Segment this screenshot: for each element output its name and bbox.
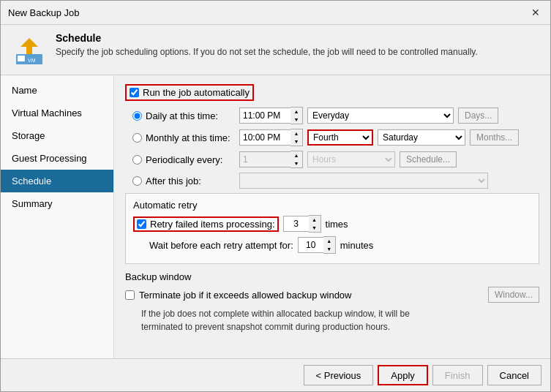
finish-button[interactable]: Finish [432, 365, 483, 385]
terminate-label[interactable]: Terminate job if it exceeds allowed back… [139, 290, 352, 301]
run-automatically-row: Run the job automatically [125, 84, 539, 101]
monthly-time-spinner: ▲ ▼ [239, 129, 303, 146]
retry-row: Retry failed items processing: ▲ ▼ times [133, 215, 531, 233]
periodic-radio[interactable] [132, 155, 142, 165]
retry-count-spinner: ▲ ▼ [283, 215, 321, 233]
sidebar: Name Virtual Machines Storage Guest Proc… [1, 75, 114, 358]
periodic-row: Periodically every: ▲ ▼ Hours Minutes Sc… [132, 151, 539, 168]
run-automatically-label[interactable]: Run the job automatically [143, 87, 250, 98]
section-description: Specify the job scheduling options. If y… [56, 47, 478, 57]
previous-button[interactable]: < Previous [304, 365, 374, 385]
wait-up[interactable]: ▲ [323, 237, 335, 245]
backup-icon-svg: VM [12, 32, 47, 67]
monthly-radio-label[interactable]: Monthly at this time: [132, 132, 235, 143]
daily-time-input[interactable] [239, 108, 291, 124]
daily-time-spinner-btns: ▲ ▼ [291, 107, 303, 124]
periodic-value-input[interactable] [239, 151, 291, 167]
content-area: Run the job automatically Daily at this … [114, 75, 550, 358]
backup-window-label: Backup window [125, 271, 539, 282]
periodic-unit-select[interactable]: Hours Minutes [307, 151, 395, 167]
svg-text:VM: VM [28, 58, 36, 63]
retry-count-down[interactable]: ▼ [309, 224, 321, 232]
sidebar-item-virtual-machines[interactable]: Virtual Machines [1, 102, 113, 124]
retry-checkbox[interactable] [137, 219, 146, 229]
run-automatically-highlight: Run the job automatically [125, 84, 254, 101]
after-job-radio[interactable] [132, 176, 142, 186]
retry-count-input[interactable] [283, 216, 309, 232]
close-button[interactable]: ✕ [528, 5, 543, 20]
header-section: VM Schedule Specify the job scheduling o… [1, 25, 550, 75]
monthly-time-spinner-btns: ▲ ▼ [291, 129, 303, 146]
daily-time-down[interactable]: ▼ [291, 116, 302, 124]
wait-unit: minutes [340, 240, 374, 251]
backup-window-row: Terminate job if it exceeds allowed back… [125, 287, 539, 303]
daily-radio[interactable] [132, 111, 142, 121]
terminate-checkbox[interactable] [125, 290, 135, 300]
run-automatically-checkbox[interactable] [130, 88, 139, 97]
svg-marker-0 [20, 38, 38, 56]
cancel-button[interactable]: Cancel [487, 365, 541, 385]
daily-row: Daily at this time: ▲ ▼ Everyday Weekday… [132, 107, 539, 124]
sidebar-item-schedule[interactable]: Schedule [1, 170, 113, 192]
title-bar: New Backup Job ✕ [1, 1, 550, 25]
retry-count-up[interactable]: ▲ [309, 216, 321, 224]
monthly-time-down[interactable]: ▼ [291, 137, 302, 146]
retry-count-btns: ▲ ▼ [309, 215, 321, 233]
vm-icon: VM [12, 32, 47, 67]
sidebar-item-storage[interactable]: Storage [1, 124, 113, 147]
header-text: Schedule Specify the job scheduling opti… [56, 32, 478, 57]
wait-row: Wait before each retry attempt for: ▲ ▼ … [133, 236, 531, 254]
sidebar-item-summary[interactable]: Summary [1, 192, 113, 215]
periodic-value-spinner-btns: ▲ ▼ [291, 151, 303, 168]
after-job-select[interactable] [239, 173, 488, 189]
wait-value-btns: ▲ ▼ [323, 236, 336, 254]
after-job-radio-label[interactable]: After this job: [132, 176, 235, 186]
backup-window-section: Backup window Terminate job if it exceed… [125, 271, 539, 333]
retry-highlight: Retry failed items processing: [133, 216, 279, 232]
periodic-up[interactable]: ▲ [291, 151, 302, 159]
main-content: Name Virtual Machines Storage Guest Proc… [1, 75, 550, 358]
days-button[interactable]: Days... [458, 108, 498, 124]
dialog: New Backup Job ✕ VM Schedule Specify the… [0, 0, 551, 392]
monthly-time-input[interactable] [239, 129, 291, 146]
retry-section-label: Automatic retry [133, 200, 531, 211]
backup-note: If the job does not complete within allo… [125, 307, 539, 333]
footer: < Previous Apply Finish Cancel [1, 358, 550, 391]
daily-time-up[interactable]: ▲ [291, 108, 302, 116]
months-button[interactable]: Months... [470, 129, 519, 146]
schedule-rows: Daily at this time: ▲ ▼ Everyday Weekday… [125, 107, 539, 189]
daily-time-spinner: ▲ ▼ [239, 107, 303, 124]
daily-radio-label[interactable]: Daily at this time: [132, 110, 235, 121]
monthly-time-up[interactable]: ▲ [291, 129, 302, 137]
sidebar-item-name[interactable]: Name [1, 79, 113, 102]
retry-label[interactable]: Retry failed items processing: [150, 219, 275, 230]
daily-frequency-select[interactable]: Everyday Weekdays Weekends [307, 108, 454, 124]
periodic-down[interactable]: ▼ [291, 159, 302, 167]
periodic-radio-label[interactable]: Periodically every: [132, 154, 235, 165]
sidebar-item-guest-processing[interactable]: Guest Processing [1, 147, 113, 170]
retry-unit: times [326, 219, 348, 230]
wait-down[interactable]: ▼ [323, 245, 335, 253]
wait-label: Wait before each retry attempt for: [149, 240, 293, 251]
after-job-row: After this job: [132, 173, 539, 189]
window-button[interactable]: Window... [488, 287, 539, 303]
apply-button[interactable]: Apply [378, 365, 428, 385]
wait-value-input[interactable] [298, 237, 323, 253]
monthly-week-select[interactable]: First Second Third Fourth Last [307, 129, 373, 146]
periodic-value-spinner: ▲ ▼ [239, 151, 303, 168]
schedule-button[interactable]: Schedule... [400, 151, 457, 167]
automatic-retry-section: Automatic retry Retry failed items proce… [125, 193, 539, 264]
monthly-day-select[interactable]: Sunday Monday Tuesday Wednesday Thursday… [378, 129, 465, 146]
section-title: Schedule [56, 32, 478, 44]
wait-value-spinner: ▲ ▼ [298, 236, 336, 254]
monthly-radio[interactable] [132, 133, 142, 143]
monthly-row: Monthly at this time: ▲ ▼ First Second T… [132, 129, 539, 146]
svg-rect-2 [18, 56, 25, 61]
dialog-title: New Backup Job [8, 7, 80, 18]
